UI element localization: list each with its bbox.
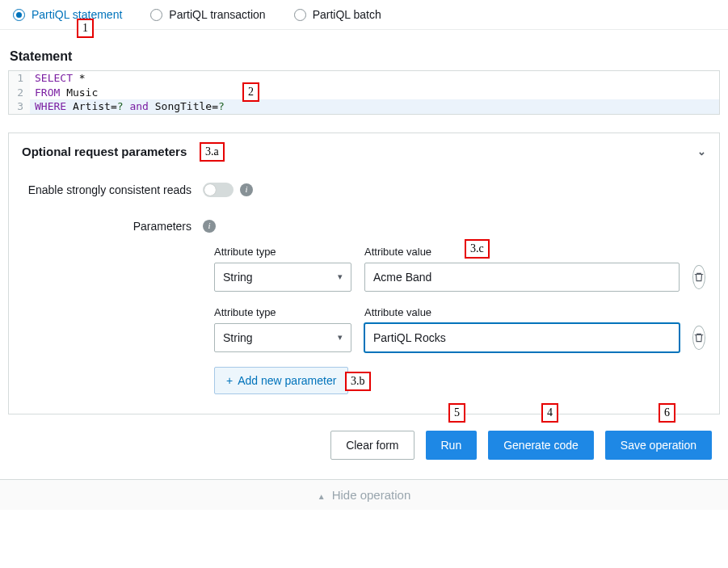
strongly-consistent-label: Enable strongly consistent reads — [25, 183, 203, 196]
triangle-up-icon: ▲ — [318, 492, 326, 501]
callout-3a: 3.a — [200, 142, 225, 162]
trash-icon — [693, 271, 705, 283]
generate-code-button[interactable]: Generate code — [488, 431, 594, 460]
tab-label: PartiQL batch — [313, 8, 381, 21]
attribute-type-label: Attribute type — [214, 246, 351, 258]
delete-parameter-button[interactable] — [692, 326, 705, 350]
chevron-down-icon: ▾ — [338, 271, 343, 282]
line-number: 2 — [9, 86, 30, 100]
add-parameter-label: Add new parameter — [238, 374, 336, 387]
parameters-label: Parameters — [25, 220, 203, 233]
select-value: String — [223, 331, 253, 344]
statement-type-tabs: PartiQL statement PartiQL transaction Pa… — [0, 0, 728, 30]
add-parameter-button[interactable]: + Add new parameter — [214, 367, 348, 394]
callout-3b: 3.b — [345, 372, 371, 391]
code-line: FROM Music — [30, 86, 98, 100]
code-line: SELECT * — [30, 71, 86, 86]
save-operation-button[interactable]: Save operation — [605, 431, 712, 460]
delete-parameter-button[interactable] — [692, 265, 705, 289]
attribute-value-input[interactable] — [364, 263, 680, 292]
clear-form-button[interactable]: Clear form — [330, 431, 414, 460]
strongly-consistent-toggle[interactable] — [203, 183, 234, 197]
code-editor[interactable]: 1 SELECT * 2 FROM Music 3 WHERE Artist=?… — [8, 70, 720, 115]
callout-2: 2 — [242, 82, 259, 102]
plus-icon: + — [226, 374, 233, 387]
optional-params-title: Optional request parameters — [22, 145, 187, 158]
action-bar: 5 4 6 Clear form Run Generate code Save … — [8, 414, 720, 479]
info-icon[interactable]: i — [240, 183, 253, 196]
callout-3c: 3.c — [465, 239, 490, 259]
attribute-value-label: Attribute value — [364, 306, 680, 318]
callout-1: 1 — [77, 19, 94, 38]
callout-6: 6 — [659, 403, 675, 423]
callout-5: 5 — [448, 403, 465, 423]
radio-icon — [150, 9, 162, 21]
attribute-type-select[interactable]: String ▾ — [214, 323, 351, 352]
trash-icon — [693, 332, 705, 343]
hide-operation-bar[interactable]: ▲Hide operation — [0, 479, 728, 510]
optional-params-panel: Optional request parameters ⌄ 3.a Enable… — [8, 133, 720, 414]
parameter-row: Attribute type String ▾ Attribute value — [214, 246, 703, 292]
attribute-value-label: Attribute value — [364, 246, 680, 258]
callout-4: 4 — [541, 403, 558, 423]
parameter-row: Attribute type String ▾ Attribute value — [214, 306, 703, 352]
chevron-down-icon: ▾ — [338, 332, 343, 343]
radio-icon — [13, 9, 25, 21]
info-icon[interactable]: i — [203, 220, 216, 233]
attribute-value-input[interactable] — [364, 323, 680, 352]
tab-label: PartiQL transaction — [169, 8, 265, 21]
line-number: 1 — [9, 71, 30, 86]
optional-params-header[interactable]: Optional request parameters ⌄ 3.a — [9, 133, 719, 170]
attribute-type-select[interactable]: String ▾ — [214, 263, 351, 292]
tab-partiql-statement[interactable]: PartiQL statement — [13, 8, 122, 21]
run-button[interactable]: Run — [426, 431, 478, 460]
attribute-type-label: Attribute type — [214, 306, 351, 318]
tab-partiql-batch[interactable]: PartiQL batch — [294, 8, 381, 21]
code-line: WHERE Artist=? and SongTitle=? — [30, 99, 225, 114]
line-number: 3 — [9, 99, 30, 114]
hide-operation-label: Hide operation — [332, 488, 411, 502]
tab-partiql-transaction[interactable]: PartiQL transaction — [150, 8, 265, 21]
radio-icon — [294, 9, 306, 21]
chevron-down-icon: ⌄ — [697, 145, 706, 158]
select-value: String — [223, 271, 253, 284]
statement-heading: Statement — [10, 49, 720, 64]
